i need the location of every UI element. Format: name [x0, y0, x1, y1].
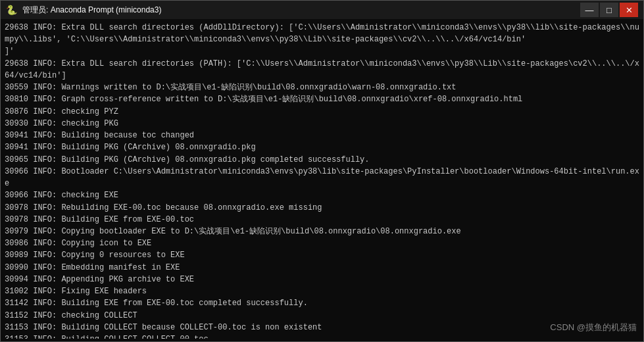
title-bar-left: 🐍 管理员: Anaconda Prompt (miniconda3) [6, 5, 161, 16]
terminal-line: 30990 INFO: Embedding manifest in EXE [5, 262, 639, 274]
terminal-line: 30989 INFO: Copying 0 resources to EXE [5, 249, 639, 261]
watermark: CSDN @摸鱼的机器猫 [550, 321, 637, 335]
terminal-line: 31153 INFO: Building COLLECT because COL… [5, 322, 639, 333]
terminal-line: 31153 INFO: Building COLLECT COLLECT-00.… [5, 333, 639, 339]
terminal[interactable]: 29638 INFO: Extra DLL search directories… [1, 19, 643, 341]
maximize-button[interactable]: □ [600, 3, 618, 17]
app-icon: 🐍 [6, 5, 17, 16]
close-button[interactable]: ✕ [620, 3, 638, 17]
terminal-line: 31142 INFO: Building EXE from EXE-00.toc… [5, 297, 639, 309]
terminal-line: 29638 INFO: Extra DLL search directories… [5, 22, 639, 45]
title-bar-title: 管理员: Anaconda Prompt (miniconda3) [22, 5, 161, 16]
terminal-line: 30994 INFO: Appending PKG archive to EXE [5, 274, 639, 285]
terminal-line: 30810 INFO: Graph cross-reference writte… [5, 93, 639, 105]
terminal-line: 30966 INFO: Bootloader C:\Users\Administ… [5, 166, 639, 189]
terminal-line: 30986 INFO: Copying icon to EXE [5, 237, 639, 249]
terminal-line: 31152 INFO: checking COLLECT [5, 310, 639, 322]
title-bar-controls: — □ ✕ [580, 3, 638, 17]
terminal-line: 30966 INFO: checking EXE [5, 189, 639, 201]
title-bar: 🐍 管理员: Anaconda Prompt (miniconda3) — □ … [1, 1, 643, 19]
terminal-line: 30941 INFO: Building PKG (CArchive) 08.o… [5, 141, 639, 153]
terminal-line: 30978 INFO: Rebuilding EXE-00.toc becaus… [5, 202, 639, 214]
terminal-line: 29638 INFO: Extra DLL search directories… [5, 58, 639, 82]
minimize-button[interactable]: — [580, 3, 599, 17]
terminal-line: 30876 INFO: checking PYZ [5, 106, 639, 118]
terminal-line: 30930 INFO: checking PKG [5, 118, 639, 130]
terminal-line: 30965 INFO: Building PKG (CArchive) 08.o… [5, 154, 639, 166]
terminal-line: 30941 INFO: Building because toc changed [5, 130, 639, 141]
terminal-line: 30978 INFO: Building EXE from EXE-00.toc [5, 214, 639, 226]
terminal-line: 30979 INFO: Copying bootloader EXE to D:… [5, 226, 639, 237]
terminal-content: 29638 INFO: Extra DLL search directories… [5, 22, 639, 339]
watermark-handle: CSDN @摸鱼的机器猫 [550, 321, 637, 335]
terminal-line: ]' [5, 45, 639, 57]
terminal-line: 30559 INFO: Warnings written to D:\实战项目\… [5, 82, 639, 93]
terminal-line: 31002 INFO: Fixing EXE headers [5, 285, 639, 297]
window: 🐍 管理员: Anaconda Prompt (miniconda3) — □ … [0, 0, 644, 342]
